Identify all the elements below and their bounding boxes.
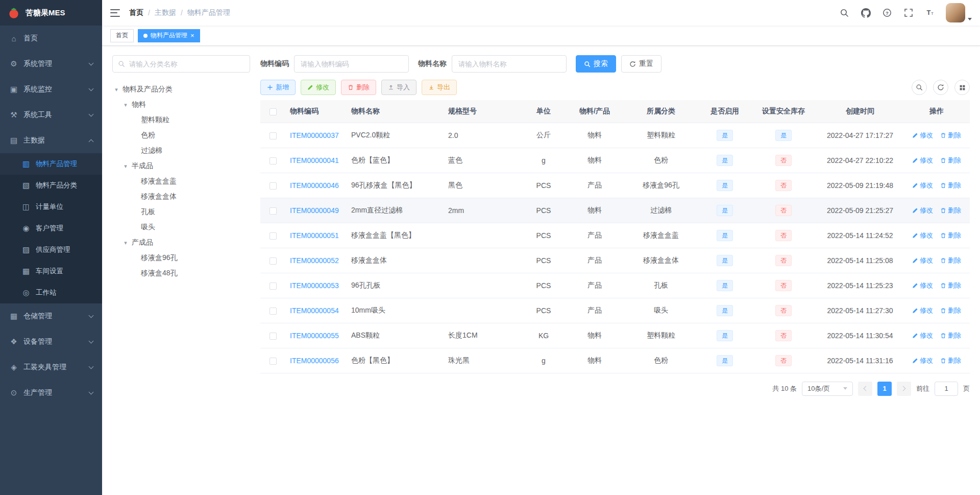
- item-code-link[interactable]: ITEM00000041: [290, 156, 339, 164]
- row-edit-link[interactable]: 修改: [912, 256, 933, 265]
- row-edit-link[interactable]: 修改: [912, 306, 933, 315]
- select-all-checkbox[interactable]: [270, 108, 277, 115]
- page-size-select[interactable]: 10条/页: [802, 382, 853, 396]
- row-checkbox[interactable]: [270, 282, 277, 290]
- search-icon[interactable]: [839, 7, 850, 18]
- delete-button[interactable]: 删除: [341, 80, 376, 95]
- sidebar-item-measure-unit[interactable]: ◫ 计量单位: [0, 196, 102, 218]
- tree-node[interactable]: ▾物料: [112, 97, 250, 112]
- sidebar-item-production-mgmt[interactable]: ⊙ 生产管理: [0, 380, 102, 406]
- close-icon[interactable]: ×: [190, 32, 194, 39]
- breadcrumb-home[interactable]: 首页: [129, 8, 143, 17]
- row-delete-link[interactable]: 删除: [940, 331, 961, 340]
- row-delete-link[interactable]: 删除: [940, 256, 961, 265]
- reset-button[interactable]: 重置: [621, 55, 662, 73]
- row-checkbox[interactable]: [270, 308, 277, 315]
- search-button[interactable]: 搜索: [576, 55, 616, 73]
- sidebar-item-workshop-settings[interactable]: ▦ 车间设置: [0, 261, 102, 282]
- tab-material-product-mgmt[interactable]: 物料产品管理 ×: [138, 29, 200, 42]
- row-checkbox[interactable]: [270, 157, 277, 164]
- material-name-input[interactable]: [452, 55, 567, 73]
- fullscreen-icon[interactable]: [903, 7, 914, 18]
- tree-node[interactable]: 塑料颗粒: [112, 112, 250, 128]
- font-size-icon[interactable]: TT: [924, 7, 936, 18]
- item-code-link[interactable]: ITEM00000055: [290, 332, 339, 340]
- item-code-link[interactable]: ITEM00000052: [290, 256, 339, 265]
- next-page-button[interactable]: [897, 382, 911, 396]
- row-delete-link[interactable]: 删除: [940, 231, 961, 240]
- item-code-link[interactable]: ITEM00000037: [290, 131, 339, 139]
- github-icon[interactable]: [860, 7, 871, 18]
- tree-node-root[interactable]: ▾物料及产品分类: [112, 82, 250, 97]
- export-button[interactable]: 导出: [422, 80, 457, 95]
- sidebar-item-material-product-category[interactable]: ▧ 物料产品分类: [0, 175, 102, 196]
- refresh-button[interactable]: [933, 80, 948, 95]
- row-delete-link[interactable]: 删除: [940, 131, 961, 140]
- row-edit-link[interactable]: 修改: [912, 131, 933, 140]
- sidebar-item-home[interactable]: ⌂ 首页: [0, 26, 102, 51]
- breadcrumb-master-data[interactable]: 主数据: [155, 8, 176, 17]
- row-edit-link[interactable]: 修改: [912, 331, 933, 340]
- row-delete-link[interactable]: 删除: [940, 281, 961, 290]
- item-code-link[interactable]: ITEM00000046: [290, 181, 339, 190]
- tree-node[interactable]: 过滤棉: [112, 143, 250, 158]
- row-delete-link[interactable]: 删除: [940, 206, 961, 215]
- row-edit-link[interactable]: 修改: [912, 356, 933, 365]
- row-edit-link[interactable]: 修改: [912, 206, 933, 215]
- current-page-button[interactable]: 1: [877, 382, 892, 396]
- caret-down-icon[interactable]: ▾: [113, 86, 119, 93]
- caret-down-icon[interactable]: ▾: [122, 102, 129, 108]
- category-search-input[interactable]: [129, 60, 244, 68]
- sidebar-item-fixture-mgmt[interactable]: ◈ 工装夹具管理: [0, 355, 102, 380]
- sidebar-item-warehouse-mgmt[interactable]: ▦ 仓储管理: [0, 303, 102, 329]
- row-checkbox[interactable]: [270, 358, 277, 365]
- row-edit-link[interactable]: 修改: [912, 181, 933, 190]
- row-checkbox[interactable]: [270, 132, 277, 139]
- toggle-search-button[interactable]: [912, 80, 927, 95]
- row-edit-link[interactable]: 修改: [912, 231, 933, 240]
- row-delete-link[interactable]: 删除: [940, 156, 961, 165]
- tree-node[interactable]: ▾半成品: [112, 158, 250, 174]
- row-checkbox[interactable]: [270, 182, 277, 190]
- row-delete-link[interactable]: 删除: [940, 181, 961, 190]
- tree-node[interactable]: 移液盒盒盖: [112, 174, 250, 189]
- edit-button[interactable]: 修改: [301, 80, 336, 95]
- tree-node[interactable]: 移液盒96孔: [112, 250, 250, 266]
- sidebar-item-customer-mgmt[interactable]: ◉ 客户管理: [0, 218, 102, 239]
- tree-node[interactable]: 孔板: [112, 204, 250, 220]
- item-code-link[interactable]: ITEM00000056: [290, 357, 339, 365]
- sidebar-item-system-tools[interactable]: ⚒ 系统工具: [0, 102, 102, 128]
- add-button[interactable]: 新增: [260, 80, 296, 95]
- prev-page-button[interactable]: [858, 382, 872, 396]
- row-checkbox[interactable]: [270, 257, 277, 265]
- row-edit-link[interactable]: 修改: [912, 281, 933, 290]
- sidebar-item-system-monitor[interactable]: ▣ 系统监控: [0, 77, 102, 102]
- row-edit-link[interactable]: 修改: [912, 156, 933, 165]
- caret-down-icon[interactable]: ▾: [122, 163, 129, 170]
- row-checkbox[interactable]: [270, 333, 277, 340]
- sidebar-item-equipment-mgmt[interactable]: ❖ 设备管理: [0, 329, 102, 355]
- tree-node[interactable]: ▾产成品: [112, 235, 250, 250]
- sidebar-item-material-product-mgmt[interactable]: ▥ 物料产品管理: [0, 153, 102, 175]
- import-button[interactable]: 导入: [381, 80, 416, 95]
- item-code-link[interactable]: ITEM00000054: [290, 307, 339, 315]
- row-checkbox[interactable]: [270, 232, 277, 240]
- goto-page-input[interactable]: [935, 382, 958, 396]
- tree-node[interactable]: 吸头: [112, 220, 250, 235]
- tab-home[interactable]: 首页: [110, 29, 134, 42]
- row-delete-link[interactable]: 删除: [940, 306, 961, 315]
- tree-node[interactable]: 移液盒48孔: [112, 266, 250, 281]
- chevron-down-icon[interactable]: [968, 18, 972, 20]
- item-code-link[interactable]: ITEM00000049: [290, 206, 339, 215]
- column-settings-button[interactable]: [954, 80, 970, 95]
- sidebar-toggle-icon[interactable]: [110, 9, 120, 17]
- avatar[interactable]: [946, 3, 965, 22]
- caret-down-icon[interactable]: ▾: [122, 240, 129, 246]
- material-code-input[interactable]: [294, 55, 409, 73]
- tree-node[interactable]: 色粉: [112, 128, 250, 143]
- help-icon[interactable]: ?: [881, 7, 893, 18]
- tree-node[interactable]: 移液盒盒体: [112, 189, 250, 204]
- sidebar-item-workstation[interactable]: ◎ 工作站: [0, 282, 102, 303]
- user-menu[interactable]: [946, 3, 972, 22]
- item-code-link[interactable]: ITEM00000053: [290, 281, 339, 290]
